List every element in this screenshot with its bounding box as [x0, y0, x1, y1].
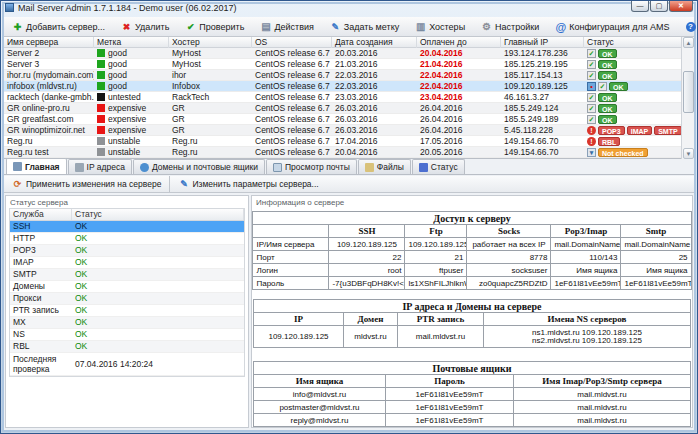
set-label-label: Задать метку	[344, 22, 399, 32]
col-status[interactable]: Статус	[584, 37, 694, 48]
service-name: RBL	[10, 341, 72, 352]
status-row[interactable]: RBLOK	[10, 341, 244, 353]
delete-label: Удалить	[135, 22, 169, 32]
apply-changes-button[interactable]: ⟳Применить изменения на сервере	[6, 177, 167, 192]
server-label: unstable	[94, 147, 169, 158]
status-row[interactable]: ДоменыOK	[10, 281, 244, 293]
server-label: expensive	[94, 103, 169, 114]
col-status[interactable]: Статус	[72, 209, 244, 220]
status-table-header[interactable]: Служба Статус	[10, 209, 244, 221]
label-text: expensive	[108, 125, 146, 135]
service-name: POP3	[10, 245, 72, 256]
toolbar-separator	[169, 176, 170, 192]
server-table-header[interactable]: Имя сервера Метка Хостер OS Дата создани…	[4, 37, 694, 48]
tab-ip-addresses[interactable]: IP адреса	[68, 159, 132, 174]
table-row[interactable]: GR winoptimizoir.net expensive GR CentOS…	[4, 125, 694, 136]
app-window: Mail Server Admin 1.7.1.184 - Demo user …	[0, 0, 698, 434]
server-name: Reg.ru	[4, 136, 94, 147]
status-row[interactable]: NSOK	[10, 329, 244, 341]
access-table: Доступ к серверу SSH Ftp Socks Pop3/Imap…	[252, 211, 691, 290]
actions-button[interactable]: ▤Действия	[254, 18, 319, 36]
label-swatch-good	[97, 82, 105, 90]
server-paid: 22.04.2016	[417, 70, 501, 81]
ams-config-button[interactable]: @Конфигурация для AMS	[549, 18, 675, 36]
status-row[interactable]: IMAPOK	[10, 257, 244, 269]
status-row[interactable]: PTR записьOK	[10, 305, 244, 317]
access-value: ls1XShFILJhlknW	[405, 277, 467, 290]
label-swatch-unstable	[97, 148, 105, 156]
status-row[interactable]: ПроксиOK	[10, 293, 244, 305]
table-row[interactable]: Server 3 good MyHost CentOS release 6.7 …	[4, 59, 694, 70]
table-row[interactable]: ihor.ru (mydomain.com) good ihor CentOS …	[4, 70, 694, 81]
service-status: OK	[72, 305, 244, 316]
server-name: ihor.ru (mydomain.com)	[4, 70, 94, 81]
col-label[interactable]: Метка	[94, 37, 169, 48]
status-row[interactable]: Последняя проверка07.04.2016 14:20:24	[10, 353, 244, 376]
server-ip: 149.154.66.70	[501, 147, 584, 158]
server-ip: 185.5.249.189	[501, 114, 584, 125]
hosters-icon: ▥	[415, 21, 426, 32]
access-value: root	[329, 264, 405, 277]
server-status-panel: Статус сервера Служба Статус SSHOK HTTPO…	[5, 195, 249, 428]
tab-mail-view[interactable]: Просмотр почты	[266, 159, 357, 174]
label-swatch-expensive	[97, 115, 105, 123]
maximize-button[interactable]: ▢	[650, 1, 668, 12]
access-value: mail.DomainName	[551, 238, 621, 251]
col-hoster[interactable]: Хостер	[169, 37, 252, 48]
scroll-down-arrow-icon[interactable]: ▼	[683, 148, 694, 159]
col-ip[interactable]: Главный IP	[501, 37, 584, 48]
tab-main[interactable]: Главная	[6, 158, 67, 174]
tab-status[interactable]: Статус	[412, 159, 465, 174]
tab-domains-mailboxes[interactable]: Домены и почтовые ящики	[133, 159, 265, 174]
status-row[interactable]: MXOK	[10, 317, 244, 329]
col-paid[interactable]: Оплачен до	[417, 37, 501, 48]
edit-params-button[interactable]: ✎Изменить параметры сервера...	[172, 177, 324, 192]
col-os[interactable]: OS	[252, 37, 332, 48]
server-label: good	[94, 48, 169, 59]
scroll-up-arrow-icon[interactable]: ▲	[683, 37, 694, 48]
help-button[interactable]: ?Справка	[680, 18, 698, 36]
server-paid: 20.04.2016	[417, 48, 501, 59]
delete-icon: ✖	[121, 21, 132, 32]
set-label-button[interactable]: ✎Задать метку	[324, 18, 405, 36]
table-scrollbar[interactable]: ▲ ▼	[681, 37, 694, 159]
help-icon: ?	[686, 22, 696, 32]
edit-params-icon: ✎	[178, 179, 189, 190]
table-row[interactable]: racktech (danke-gmbh.info) untested Rack…	[4, 92, 694, 103]
access-value: zo0quapcZ5RDZtD	[467, 277, 551, 290]
settings-icon: ⚙	[481, 21, 492, 32]
table-row[interactable]: Reg.ru unstable Reg.ru CentOS release 6.…	[4, 136, 694, 147]
status-badge: OK	[598, 104, 617, 113]
mailbox-name: postmaster@mldvst.ru	[254, 401, 386, 414]
close-button[interactable]: ✕	[669, 1, 693, 12]
col-created[interactable]: Дата создания	[332, 37, 417, 48]
row-label: Порт	[253, 251, 329, 264]
mailboxes-table: Почтовые ящики Имя ящика Пароль Имя Imap…	[253, 361, 691, 427]
col-service[interactable]: Служба	[10, 209, 72, 220]
status-row[interactable]: SMTPOK	[10, 269, 244, 281]
table-row[interactable]: GR greatfast.com expensive GR CentOS rel…	[4, 114, 694, 125]
status-row-selected[interactable]: SSHOK	[10, 221, 244, 233]
service-name: MX	[10, 317, 72, 328]
actions-icon: ▤	[260, 21, 271, 32]
minimize-button[interactable]: —	[631, 1, 649, 12]
scrollbar-thumb[interactable]	[683, 71, 694, 113]
title-bar[interactable]: Mail Server Admin 1.7.1.184 - Demo user …	[1, 1, 697, 14]
delete-button[interactable]: ✖Удалить	[115, 18, 175, 36]
hosters-button[interactable]: ▥Хостеры	[409, 18, 471, 36]
table-row[interactable]: Server 2 good MyHost CentOS release 6.7 …	[4, 48, 694, 59]
add-server-button[interactable]: ✚Добавить сервер...	[6, 18, 111, 36]
table-row[interactable]: Reg.ru test unstable Reg.ru CentOS relea…	[4, 147, 694, 158]
table-row-selected[interactable]: infobox (mldvst.ru) good Infobox CentOS …	[4, 81, 694, 92]
status-row[interactable]: HTTPOK	[10, 233, 244, 245]
settings-button[interactable]: ⚙Настройки	[475, 18, 545, 36]
check-button[interactable]: ✔Проверить	[179, 18, 250, 36]
col-name[interactable]: Имя сервера	[4, 37, 94, 48]
access-value: 109.120.189.125	[405, 238, 467, 251]
table-row[interactable]: GR online-pro.ru expensive GR CentOS rel…	[4, 103, 694, 114]
server-label: good	[94, 70, 169, 81]
tab-files[interactable]: Файлы	[358, 159, 411, 174]
mailbox-name: reply@mldvst.ru	[254, 414, 386, 427]
server-label: expensive	[94, 114, 169, 125]
status-row[interactable]: POP3OK	[10, 245, 244, 257]
